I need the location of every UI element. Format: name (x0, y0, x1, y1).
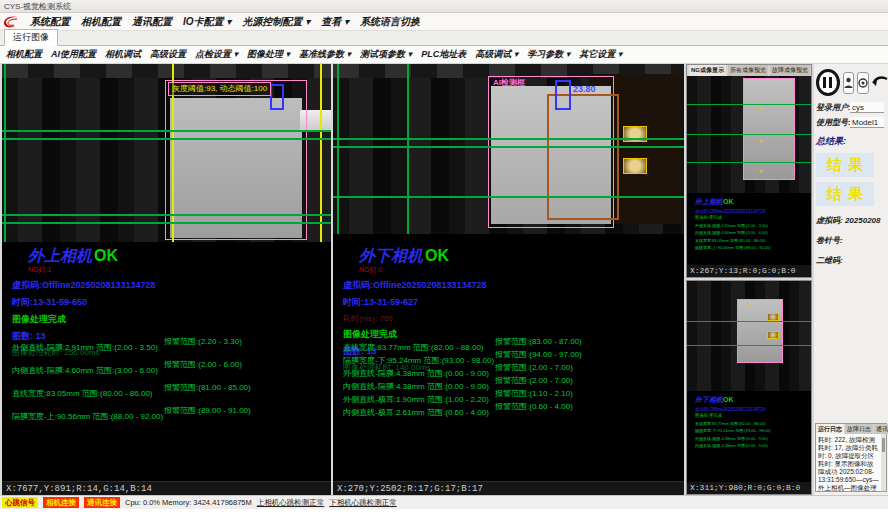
model-label: 使用型号: (816, 117, 850, 128)
preview-text: 外下相机OK 虚拟码:Offline20250208133134728 图像处理… (687, 391, 811, 472)
barcode-line: 虚拟码:Offline20250208133134728 (12, 279, 329, 292)
measurement-row: 内侧直线-极耳:2.61mm 范围:(0.60 - 4.00)报警范围:(0.6… (343, 401, 682, 414)
log-panel: 运行日志 故障日志 通讯日志 耗时: 222, 故障检测耗时: 17, 故障分类… (815, 423, 887, 492)
preview-text: 外上相机OK 虚拟码:Offline20250208133134728 图像处理… (687, 193, 811, 267)
app-logo-icon (3, 15, 19, 29)
menu-system-config[interactable]: 系统配置 (30, 15, 70, 29)
overlay-green-line (333, 138, 684, 140)
menu-view[interactable]: 查看 ▾ (321, 15, 349, 29)
qrcode-line: 二维码: (816, 255, 888, 266)
toolbar: 相机配置 AI使用配置 相机调试 高级设置 点检设置 ▾ 图像处理 ▾ 基准线参… (0, 46, 888, 64)
menu-bar: 系统配置 相机配置 通讯配置 IO卡配置 ▾ 光源控制配置 ▾ 查看 ▾ 系统语… (0, 13, 888, 31)
log-text[interactable]: 耗时: 222, 故障检测耗时: 17, 故障分类耗时: 0, 故障提取分区耗时… (816, 434, 881, 491)
roi-pink-box (165, 80, 307, 240)
tool-baseline-params[interactable]: 基准线参数 ▾ (299, 48, 351, 61)
menu-light-config[interactable]: 光源控制配置 ▾ (242, 15, 310, 29)
upper-camera-heartbeat-link[interactable]: 上相机心跳检测正常 (257, 498, 325, 508)
tool-camera-debug[interactable]: 相机调试 (105, 48, 141, 61)
measurement-row: 外侧直线-隔膜:2.91mm 范围:(2.00 - 3.50)报警范围:(2.2… (12, 336, 329, 359)
lens-button[interactable] (857, 72, 869, 94)
tab-fault-log[interactable]: 故障日志 (845, 424, 873, 434)
tool-test-params[interactable]: 测试项参数 ▾ (360, 48, 412, 61)
tab-fault-preview[interactable]: 故障成像预览 (770, 65, 810, 76)
overlay-green-line (2, 130, 331, 132)
camera-title-lower: 外下相机OK (359, 246, 682, 267)
ai-roi-label: AI检测框 (493, 77, 525, 88)
roi-blue-box (270, 84, 284, 110)
overlay-green-line (2, 222, 331, 224)
tool-camera-config[interactable]: 相机配置 (6, 48, 42, 61)
measurement-row: 内侧直线-隔膜:4.60mm 范围:(3.00 - 6.00)报警范围:(2.0… (12, 359, 329, 382)
blue-measurement-label: 23.80 (573, 84, 596, 94)
lower-camera-heartbeat-link[interactable]: 下相机心跳检测正常 (329, 498, 397, 508)
tab-comm-log[interactable]: 通讯日志 (874, 424, 888, 434)
result-display-lower: 结果 (816, 182, 874, 206)
camera-image-upper[interactable]: 灰度阈值:93, 动态阈值:100 (2, 64, 331, 242)
camera-view-lower: AI检测框 23.80 外下相机OK NG灯:0 虚拟码:Offline2025… (333, 64, 684, 495)
measurement-rows-lower: 直线宽度:83.77mm 范围:(82.00 - 88.00)报警范围:(83.… (343, 336, 682, 414)
comm-connect-badge: 通讯连接 (84, 497, 120, 508)
tool-plc-address[interactable]: PLC地址表 (421, 48, 466, 61)
pixel-coordinates-lower: X:270;Y:2502;R:17;G:17;B:17 (333, 481, 684, 495)
menu-io-config[interactable]: IO卡配置 ▾ (183, 15, 231, 29)
preview-upper-camera[interactable]: NG成像显示 所有成像预览 故障成像预览 ▣ ▣ ▣ 外上相机OK 虚拟码:Of… (686, 64, 812, 278)
measurement-row: 直线宽度:83.05mm 范围:(80.00 - 86.00)报警范围:(81.… (12, 382, 329, 405)
menu-camera-config[interactable]: 相机配置 (81, 15, 121, 29)
process-done-line: 图像处理完成 (12, 313, 329, 326)
total-result-label: 总结果: (816, 135, 888, 148)
login-user-label: 登录用户: (816, 102, 850, 113)
overlay-green-line (333, 146, 684, 148)
login-user-value[interactable]: cys (850, 102, 884, 113)
camera-lens-icon (858, 78, 868, 88)
tab-all-preview[interactable]: 所有成像预览 (728, 65, 768, 76)
camera-image-lower[interactable]: AI检测框 23.80 (333, 64, 684, 234)
tool-advanced-debug[interactable]: 高级调试 ▾ (475, 48, 518, 61)
preview-coordinates: X:311;Y:980;R:0;G:0;B:0 (687, 482, 811, 494)
measurement-row: 内侧直线-隔膜:4.38mm 范围:(0.00 - 9.00)报警范围:(2.0… (343, 375, 682, 388)
roi-orange-box (547, 94, 619, 220)
measurement-rows-upper: 外侧直线-隔膜:2.91mm 范围:(2.00 - 3.50)报警范围:(2.2… (12, 336, 329, 428)
control-sidebar: 登录用户: cys 使用型号: Model1 总结果: 结果 结果 虚拟码: 2… (814, 64, 888, 495)
measurement-row: 直线宽度:83.77mm 范围:(82.00 - 88.00)报警范围:(83.… (343, 336, 682, 349)
tool-spot-check[interactable]: 点检设置 ▾ (195, 48, 238, 61)
heartbeat-badge: 心跳信号 (2, 497, 38, 508)
log-scrollbar[interactable] (881, 434, 886, 491)
tab-run-log[interactable]: 运行日志 (816, 424, 844, 434)
tool-advanced-settings[interactable]: 高级设置 (150, 48, 186, 61)
time-line: 时间:13-31-59-650 (12, 296, 329, 309)
exit-button[interactable] (872, 72, 888, 94)
roi-blue-box (555, 80, 571, 110)
window-titlebar: CYS-视觉检测系统 (0, 0, 888, 13)
menu-language-switch[interactable]: 系统语言切换 (360, 15, 420, 29)
measurement-row: 隔膜宽度-下:95.24mm 范围:(93.00 - 98.00)报警范围:(9… (343, 349, 682, 362)
view-tabbar: 运行图像 (0, 31, 888, 46)
preview-lower-camera[interactable]: ▣ 外下相机OK 虚拟码:Offline20250208133134728 图像… (686, 280, 812, 495)
camera-view-upper: 灰度阈值:93, 动态阈值:100 外上相机OK NG灯:1 虚拟码:Offli… (2, 64, 331, 495)
tool-ai-config[interactable]: AI使用配置 (51, 48, 96, 61)
pause-button[interactable] (816, 69, 840, 96)
app-window: CYS-视觉检测系统 系统配置 相机配置 通讯配置 IO卡配置 ▾ 光源控制配置… (0, 0, 888, 522)
virtual-code-line: 虚拟码: 20250208 (816, 215, 888, 226)
preview-coordinates: X:267;Y:13;R:0;G:0;B:0 (687, 265, 811, 277)
tool-image-processing[interactable]: 图像处理 ▾ (247, 48, 290, 61)
model-value[interactable]: Model1 (850, 117, 884, 128)
measurement-row: 隔膜宽度-上:90.56mm 范围:(88.00 - 92.00)报警范围:(8… (12, 405, 329, 428)
latency-line: 耗时(ms): 766 (343, 313, 682, 324)
window-title: CYS-视觉检测系统 (4, 2, 71, 11)
menu-comm-config[interactable]: 通讯配置 (132, 15, 172, 29)
measurement-row: 外侧直线-极耳:1.90mm 范围:(1.00 - 2.20)报警范围:(1.1… (343, 388, 682, 401)
measurement-row: 外侧直线-隔膜:4.38mm 范围:(0.00 - 9.00)报警范围:(2.0… (343, 362, 682, 375)
tab-ng-display[interactable]: NG成像显示 (689, 65, 726, 76)
tool-learning-params[interactable]: 学习参数 ▾ (527, 48, 570, 61)
result-display-upper: 结果 (816, 153, 874, 177)
barcode-line: 虚拟码:Offline20250208133134728 (343, 279, 682, 292)
tool-other-settings[interactable]: 其它设置 ▾ (579, 48, 622, 61)
tab-run-image[interactable]: 运行图像 (4, 29, 58, 46)
tab-contact-highlight (623, 158, 647, 174)
user-icon (844, 77, 853, 89)
threshold-label: 灰度阈值:93, 动态阈值:100 (168, 82, 271, 96)
main-area: 灰度阈值:93, 动态阈值:100 外上相机OK NG灯:1 虚拟码:Offli… (0, 64, 888, 495)
user-button[interactable] (843, 72, 854, 94)
time-line: 时间:13-31-59-627 (343, 296, 682, 309)
camera-title-upper: 外上相机OK (28, 246, 329, 267)
